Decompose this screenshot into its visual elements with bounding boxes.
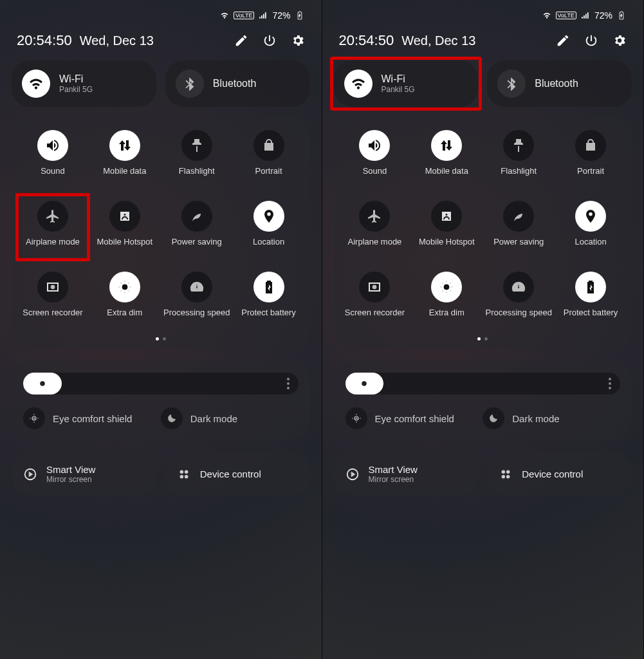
eye-comfort-toggle[interactable]: Eye comfort shield	[23, 407, 161, 429]
airplane-label: Airplane mode	[26, 237, 80, 257]
eye-comfort-label: Eye comfort shield	[53, 413, 132, 424]
wifi-icon	[22, 70, 50, 98]
eye-comfort-icon	[23, 407, 45, 429]
wifi-subtitle: Pankil 5G	[59, 85, 93, 94]
settings-icon[interactable]	[291, 33, 305, 48]
power-saving-tile[interactable]: Power saving	[484, 201, 553, 257]
device-control-tile[interactable]: Device control	[165, 452, 310, 496]
screen-recorder-icon	[37, 272, 68, 302]
smart-view-tile[interactable]: Smart View Mirror screen	[334, 452, 479, 496]
sound-tile[interactable]: Sound	[18, 130, 87, 187]
mobile-data-tile[interactable]: Mobile data	[412, 130, 481, 187]
sound-icon	[37, 130, 68, 161]
power-icon[interactable]	[584, 33, 598, 48]
edit-icon[interactable]	[556, 33, 570, 48]
hotspot-tile[interactable]: Mobile Hotspot	[412, 201, 481, 257]
wifi-status-icon	[219, 11, 230, 20]
location-tile[interactable]: Location	[234, 201, 304, 257]
screen-recorder-label: Screen recorder	[345, 308, 405, 328]
flashlight-label: Flashlight	[179, 166, 215, 187]
bluetooth-tile[interactable]: Bluetooth	[487, 60, 632, 107]
eye-comfort-toggle[interactable]: Eye comfort shield	[345, 407, 483, 429]
dark-mode-toggle[interactable]: Dark mode	[483, 407, 620, 429]
portrait-tile[interactable]: Portrait	[234, 130, 304, 187]
sound-label: Sound	[363, 166, 387, 187]
signal-icon	[580, 11, 591, 20]
hotspot-tile[interactable]: Mobile Hotspot	[90, 201, 160, 257]
smart-view-sub: Mirror screen	[46, 475, 95, 484]
extra-dim-tile[interactable]: Extra dim	[90, 272, 160, 328]
smart-view-sub: Mirror screen	[369, 475, 418, 484]
battery-percent: 72%	[594, 10, 612, 21]
clock-date: Wed, Dec 13	[401, 33, 556, 48]
airplane-mode-tile[interactable]: Airplane mode	[340, 201, 410, 257]
leaf-icon	[181, 201, 212, 232]
sound-tile[interactable]: Sound	[340, 130, 410, 187]
clock-time: 20:54:50	[17, 32, 72, 49]
bluetooth-tile[interactable]: Bluetooth	[165, 60, 310, 107]
eye-comfort-label: Eye comfort shield	[375, 413, 454, 424]
flashlight-icon	[181, 130, 212, 161]
wifi-title: Wi-Fi	[382, 73, 415, 85]
screenshot-left: VoLTE 72% 20:54:50 Wed, Dec 13 Wi-Fi Pan…	[0, 0, 322, 659]
smart-view-tile[interactable]: Smart View Mirror screen	[12, 452, 156, 496]
screen-recorder-icon	[359, 272, 390, 302]
processing-speed-tile[interactable]: Processing speed	[484, 272, 553, 328]
quick-settings-panel: Sound Mobile data Flashlight Portrait Ai…	[12, 118, 310, 349]
extra-dim-tile[interactable]: Extra dim	[412, 272, 481, 328]
eye-comfort-icon	[345, 407, 367, 429]
moon-icon	[161, 407, 183, 429]
wifi-tile[interactable]: Wi-Fi Pankil 5G	[12, 60, 156, 107]
power-saving-label: Power saving	[493, 237, 544, 257]
brightness-slider[interactable]	[23, 373, 299, 394]
portrait-tile[interactable]: Portrait	[556, 130, 625, 187]
brightness-slider[interactable]	[345, 373, 621, 394]
slider-menu-icon[interactable]	[287, 378, 290, 389]
protect-battery-label: Protect battery	[241, 308, 296, 328]
hotspot-icon	[431, 201, 462, 232]
protect-battery-icon	[253, 272, 284, 302]
screen-recorder-label: Screen recorder	[23, 308, 82, 328]
wifi-icon	[344, 70, 373, 98]
mobile-data-tile[interactable]: Mobile data	[90, 130, 160, 187]
settings-icon[interactable]	[612, 33, 627, 48]
quick-settings-panel: Sound Mobile data Flashlight Portrait Ai…	[334, 118, 632, 349]
location-label: Location	[253, 237, 284, 257]
airplane-mode-tile[interactable]: Airplane mode	[18, 201, 87, 257]
device-control-tile[interactable]: Device control	[487, 452, 632, 496]
screen-recorder-tile[interactable]: Screen recorder	[340, 272, 410, 328]
smart-view-title: Smart View	[369, 464, 418, 475]
protect-battery-tile[interactable]: Protect battery	[234, 272, 304, 328]
wifi-status-icon	[542, 11, 552, 20]
processing-label: Processing speed	[163, 308, 230, 328]
protect-battery-icon	[575, 272, 606, 302]
smart-view-icon	[345, 467, 360, 481]
processing-speed-tile[interactable]: Processing speed	[162, 272, 232, 328]
gauge-icon	[503, 272, 534, 302]
battery-charging-icon	[295, 11, 305, 20]
sound-icon	[359, 130, 390, 161]
power-icon[interactable]	[262, 33, 277, 48]
device-control-icon	[499, 467, 513, 481]
page-indicator	[18, 337, 304, 340]
location-tile[interactable]: Location	[556, 201, 625, 257]
location-label: Location	[575, 237, 606, 257]
flashlight-tile[interactable]: Flashlight	[162, 130, 232, 187]
volte-indicator: VoLTE	[556, 12, 576, 19]
mobile-data-icon	[431, 130, 462, 161]
signal-icon	[258, 11, 268, 20]
bluetooth-title: Bluetooth	[535, 78, 578, 89]
slider-menu-icon[interactable]	[609, 378, 611, 389]
brightness-panel: Eye comfort shield Dark mode	[334, 361, 632, 441]
wifi-tile[interactable]: Wi-Fi Pankil 5G	[334, 60, 479, 107]
screen-recorder-tile[interactable]: Screen recorder	[18, 272, 87, 328]
hotspot-label: Mobile Hotspot	[419, 237, 475, 257]
protect-battery-tile[interactable]: Protect battery	[556, 272, 625, 328]
flashlight-tile[interactable]: Flashlight	[484, 130, 553, 187]
power-saving-tile[interactable]: Power saving	[162, 201, 232, 257]
dark-mode-toggle[interactable]: Dark mode	[161, 407, 299, 429]
edit-icon[interactable]	[234, 33, 248, 48]
smart-view-title: Smart View	[46, 464, 95, 475]
bluetooth-icon	[497, 70, 526, 98]
hotspot-label: Mobile Hotspot	[97, 237, 152, 257]
